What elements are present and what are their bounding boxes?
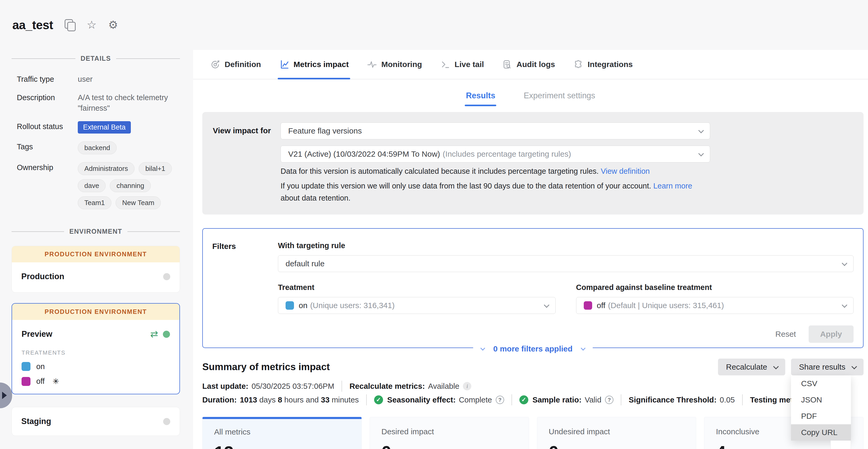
tab-integrations[interactable]: Integrations bbox=[574, 50, 633, 79]
status-dot-gray bbox=[163, 418, 170, 425]
learn-more-link[interactable]: Learn more bbox=[653, 182, 692, 190]
results-subtabs: Results Experiment settings bbox=[193, 80, 868, 112]
environment-heading: ENVIRONMENT bbox=[69, 228, 122, 235]
chevron-down-icon bbox=[851, 364, 857, 369]
tab-monitoring[interactable]: Monitoring bbox=[367, 50, 422, 79]
copy-icon[interactable] bbox=[65, 19, 75, 31]
rollout-status-label: Rollout status bbox=[17, 121, 78, 131]
details-section-header: DETAILS bbox=[11, 55, 180, 62]
tab-metrics-impact[interactable]: Metrics impact bbox=[279, 50, 349, 79]
subtab-experiment-settings[interactable]: Experiment settings bbox=[524, 91, 595, 100]
production-environment-banner: PRODUCTION ENVIRONMENT bbox=[12, 304, 180, 320]
treatment-name: off bbox=[36, 377, 45, 386]
owner-pill[interactable]: Administrators bbox=[78, 162, 134, 175]
tab-audit-logs[interactable]: Audit logs bbox=[502, 50, 555, 79]
significance-threshold-label: Significance Threshold: bbox=[629, 395, 716, 404]
recalculate-metrics-value: Available bbox=[428, 382, 459, 391]
treatments-heading: TREATMENTS bbox=[22, 349, 170, 356]
target-icon bbox=[211, 59, 220, 69]
chevron-down-icon bbox=[773, 364, 779, 369]
metric-card-desired-impact[interactable]: Desired impact 0 bbox=[370, 417, 529, 449]
question-circle-icon[interactable]: ? bbox=[605, 396, 614, 404]
pulse-icon bbox=[367, 59, 377, 69]
apply-button[interactable]: Apply bbox=[809, 325, 854, 343]
view-definition-link[interactable]: View definition bbox=[601, 167, 650, 175]
version-select[interactable]: V21 (Active) (10/03/2022 04:59PM To Now)… bbox=[281, 146, 710, 162]
treatment-on-swatch bbox=[285, 301, 294, 310]
treatment-name: on bbox=[36, 362, 45, 371]
star-icon[interactable]: ☆ bbox=[87, 20, 97, 30]
tab-definition[interactable]: Definition bbox=[211, 50, 261, 79]
puzzle-icon bbox=[574, 59, 584, 69]
last-update-value: 05/30/2025 03:57:06PM bbox=[251, 382, 334, 391]
status-dot-gray bbox=[163, 273, 170, 280]
share-results-menu: CSV JSON PDF Copy URL bbox=[791, 376, 851, 441]
check-circle-icon: ✓ bbox=[374, 395, 383, 404]
chevron-down-icon bbox=[698, 151, 704, 156]
tags-label: Tags bbox=[17, 142, 78, 151]
info-icon[interactable]: i bbox=[463, 382, 471, 390]
menu-item-pdf[interactable]: PDF bbox=[791, 408, 851, 424]
version-note-2: If you update this version we will only … bbox=[281, 180, 710, 204]
traffic-type-value: user bbox=[78, 74, 180, 84]
menu-item-csv[interactable]: CSV bbox=[791, 376, 851, 392]
treatment-off-swatch bbox=[584, 301, 592, 310]
share-results-button[interactable]: Share results bbox=[791, 359, 864, 376]
owner-pill[interactable]: New Team bbox=[116, 197, 161, 209]
treatment-select[interactable]: on (Unique users: 316,341) bbox=[278, 297, 556, 314]
metric-card-all-metrics[interactable]: All metrics 12 bbox=[202, 417, 362, 449]
environment-name: Production bbox=[21, 272, 64, 281]
tab-live-tail[interactable]: Live tail bbox=[440, 50, 484, 79]
ownership-label: Ownership bbox=[17, 162, 78, 172]
metric-summary-cards: All metrics 12 Desired impact 0 Undesire… bbox=[202, 417, 864, 449]
filters-label: Filters bbox=[212, 241, 278, 343]
sync-arrows-icon: ⇄ bbox=[150, 329, 158, 339]
seasonality-label: Seasonality effect: bbox=[387, 395, 456, 404]
page-header: aa_test ☆ ⚙ bbox=[0, 0, 868, 50]
environment-card-preview[interactable]: PRODUCTION ENVIRONMENT Preview ⇄ TREATME… bbox=[11, 303, 180, 394]
owner-pill[interactable]: bilal+1 bbox=[139, 162, 172, 175]
metric-card-undesired-impact[interactable]: Undesired impact 0 bbox=[537, 417, 696, 449]
rollout-status-badge[interactable]: External Beta bbox=[78, 121, 131, 133]
seasonality-value: Complete bbox=[459, 395, 492, 404]
menu-item-json[interactable]: JSON bbox=[791, 392, 851, 408]
summary-heading: Summary of metrics impact bbox=[202, 361, 330, 372]
owner-pill[interactable]: channing bbox=[110, 179, 151, 192]
question-circle-icon[interactable]: ? bbox=[496, 396, 504, 404]
environment-card-production[interactable]: PRODUCTION ENVIRONMENT Production bbox=[11, 246, 180, 293]
tab-bar: Definition Metrics impact Monitoring bbox=[193, 50, 868, 80]
gear-icon[interactable]: ⚙ bbox=[108, 20, 118, 30]
baseline-select[interactable]: off (Default | Unique users: 315,461) bbox=[576, 297, 854, 314]
environment-name: Preview bbox=[22, 329, 52, 339]
last-update-label: Last update: bbox=[202, 382, 248, 391]
owner-pill[interactable]: Team1 bbox=[78, 197, 112, 209]
more-filters-toggle[interactable]: 0 more filters applied bbox=[473, 345, 593, 353]
menu-stub bbox=[831, 441, 851, 449]
arrow-right-icon bbox=[2, 392, 7, 399]
targeting-rule-label: With targeting rule bbox=[278, 241, 854, 250]
production-environment-banner: PRODUCTION ENVIRONMENT bbox=[12, 246, 180, 262]
version-type-select[interactable]: Feature flag versions bbox=[281, 122, 710, 139]
recalculate-button[interactable]: Recalculate bbox=[718, 359, 785, 376]
treatment-on-swatch bbox=[22, 362, 30, 371]
details-heading: DETAILS bbox=[81, 55, 111, 62]
owner-pill[interactable]: dave bbox=[78, 179, 105, 192]
treatment-off-swatch bbox=[22, 377, 30, 386]
reset-button[interactable]: Reset bbox=[775, 330, 796, 338]
tag-pill[interactable]: backend bbox=[78, 142, 117, 154]
chevron-down-icon bbox=[480, 346, 485, 351]
description-label: Description bbox=[17, 92, 78, 102]
subtab-results[interactable]: Results bbox=[466, 91, 495, 100]
environment-name: Staging bbox=[21, 417, 51, 426]
view-impact-panel: View impact for Feature flag versions V2… bbox=[202, 112, 864, 214]
page-title: aa_test bbox=[12, 18, 53, 32]
treatment-label: Treatment bbox=[278, 283, 556, 292]
targeting-rule-select[interactable]: default rule bbox=[278, 255, 854, 272]
chevron-down-icon bbox=[581, 346, 586, 351]
menu-item-copy-url[interactable]: Copy URL bbox=[791, 424, 851, 441]
main-panel: Definition Metrics impact Monitoring bbox=[193, 50, 868, 449]
significance-threshold-value: 0.05 bbox=[719, 395, 735, 404]
environment-card-staging[interactable]: Staging bbox=[11, 407, 180, 436]
treatment-row-on: on bbox=[22, 362, 170, 371]
environment-section-header: ENVIRONMENT bbox=[11, 228, 180, 235]
